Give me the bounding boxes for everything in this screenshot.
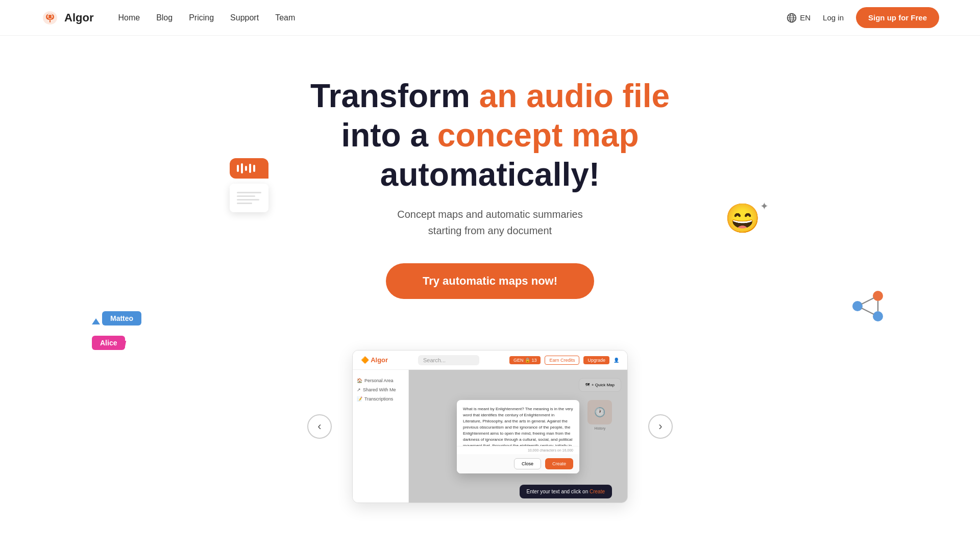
hero-title-part1: Transform [310,78,479,114]
arrow-blue-icon [92,318,100,324]
brand-name: Algor [64,11,93,24]
modal-box: What is meant by Enlightenment? The mean… [457,400,579,473]
sidebar-item-shared: ↗ Shared With Me [357,385,404,394]
svg-line-12 [862,298,874,304]
network-decoration [847,286,888,329]
modal-counter: 10,000 characters on 16,000 [457,446,579,454]
carousel-next-button[interactable]: › [648,414,673,439]
hero-cta-button[interactable]: Try automatic maps now! [386,263,594,299]
svg-line-13 [862,308,874,314]
carousel-section: ‹ 🔶 Algor Search... GEN 🔒 13 Earn Credit… [0,350,980,534]
modal-text: What is meant by Enlightenment? The mean… [463,407,573,446]
nav-blog[interactable]: Blog [156,13,173,22]
nav-pricing[interactable]: Pricing [189,13,214,22]
logo[interactable]: Algor [41,9,93,27]
sparkle-icon: ✦ [760,200,769,212]
sidebar-item-personal: 🏠 Personal Area [357,376,404,385]
modal-content: What is meant by Enlightenment? The mean… [457,400,579,446]
nav-team[interactable]: Team [275,13,295,22]
audio-bubble [230,158,268,179]
emoji-decoration: 😄 ✦ [725,204,761,233]
svg-point-2 [52,16,53,17]
tooltip-text: Enter your text and click on Create [527,489,605,494]
language-selector[interactable]: EN [787,13,811,23]
avatar-icon: 👤 [614,358,619,363]
hero-title-part3: automatically! [380,156,600,193]
app-topbar: 🔶 Algor Search... GEN 🔒 13 Earn Credits … [353,350,627,370]
modal-create-button[interactable]: Create [545,458,573,469]
matteo-tag: Matteo [102,311,141,325]
carousel-prev-button[interactable]: ‹ [307,414,332,439]
signup-button[interactable]: Sign up for Free [856,7,939,28]
app-body: 🏠 Personal Area ↗ Shared With Me 📝 Trans… [353,370,627,503]
transcriptions-icon: 📝 [357,396,362,402]
document-icon [230,184,268,212]
hero-title-orange1: an audio file [479,78,670,114]
network-icon [847,286,888,327]
hero-title-part2: into a [341,117,437,154]
users-left-decoration: Matteo Alice [92,311,141,350]
svg-point-1 [47,16,49,17]
app-main-content: 🗺 + Quick Map 🕐 History What is meant by… [409,370,627,503]
svg-point-10 [873,291,883,301]
modal-close-button[interactable]: Close [514,458,541,469]
language-label: EN [800,13,811,22]
app-controls: GEN 🔒 13 Earn Credits Upgrade 👤 [509,356,619,365]
tooltip-create-text: Create [590,489,605,494]
hero-title: Transform an audio file into a concept m… [310,77,670,194]
hero-subtitle: Concept maps and automatic summaries sta… [397,206,583,239]
app-mockup: 🔶 Algor Search... GEN 🔒 13 Earn Credits … [352,350,628,503]
globe-icon [787,13,797,23]
app-search-bar: Search... [418,355,479,365]
login-button[interactable]: Log in [823,13,844,22]
svg-point-11 [873,311,883,321]
app-search-placeholder: Search... [423,357,446,363]
nav-links: Home Blog Pricing Support Team [118,13,295,22]
nav-support[interactable]: Support [230,13,259,22]
nav-home[interactable]: Home [118,13,140,22]
hero-subtitle-line2: starting from any document [428,225,552,236]
hero-section: Transform an audio file into a concept m… [0,36,980,350]
svg-point-9 [852,301,863,311]
logo-icon [41,9,59,27]
audio-decoration [230,158,268,212]
hero-subtitle-line1: Concept maps and automatic summaries [397,209,583,220]
navbar-right: EN Log in Sign up for Free [787,7,939,28]
tooltip: Enter your text and click on Create [520,485,612,498]
navbar: Algor Home Blog Pricing Support Team EN … [0,0,980,36]
modal-actions: Close Create [457,454,579,473]
app-logo-small: 🔶 Algor [361,356,388,364]
earn-credits-badge: Earn Credits [545,356,579,365]
personal-icon: 🏠 [357,378,362,383]
navbar-left: Algor Home Blog Pricing Support Team [41,9,295,27]
upgrade-badge: Upgrade [583,356,609,364]
app-sidebar: 🏠 Personal Area ↗ Shared With Me 📝 Trans… [353,370,409,503]
hero-title-orange2: concept map [437,117,639,154]
svg-rect-3 [50,20,51,22]
emoji-face: 😄 [725,202,761,234]
shared-icon: ↗ [357,387,361,392]
gen-badge: GEN 🔒 13 [509,356,541,364]
sidebar-item-transcriptions: 📝 Transcriptions [357,394,404,404]
modal-overlay: What is meant by Enlightenment? The mean… [409,370,627,503]
